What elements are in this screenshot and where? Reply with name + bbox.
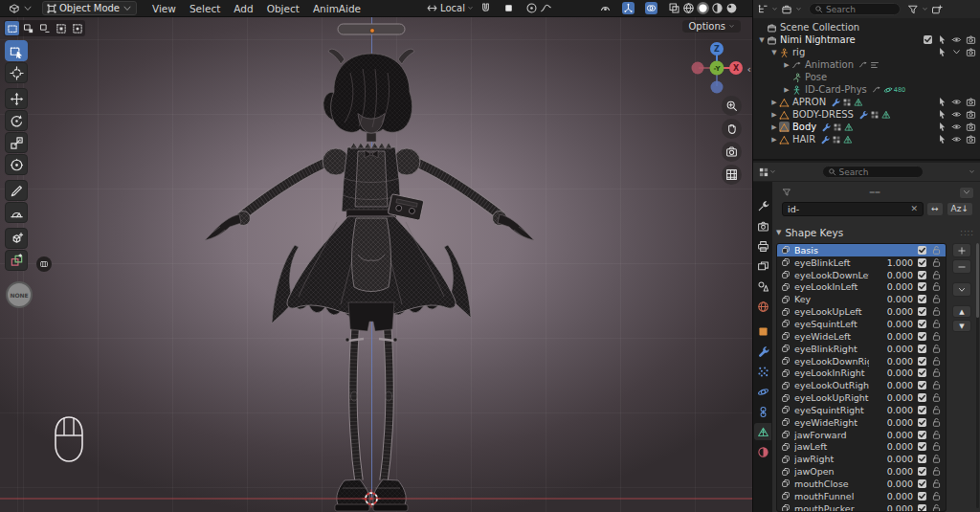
outliner-row-rig[interactable]: ▼rig xyxy=(753,46,980,58)
viewport-3d[interactable]: NONE Options ‹ Z X -Y xyxy=(0,17,752,512)
render-tab-button[interactable] xyxy=(754,217,771,234)
overlays-icon[interactable] xyxy=(645,2,657,14)
shape-key-row[interactable]: eyeWideRight0.000 xyxy=(777,416,946,429)
visibility-icon[interactable] xyxy=(599,2,612,14)
camera-icon[interactable] xyxy=(966,97,976,107)
snap-square-icon[interactable] xyxy=(502,2,515,14)
chev-down-icon[interactable] xyxy=(951,47,962,57)
properties-search[interactable] xyxy=(822,166,924,178)
shape-key-value[interactable]: 0.000 xyxy=(873,466,913,477)
rendered-icon[interactable] xyxy=(725,2,738,14)
data-tab-button[interactable] xyxy=(754,423,771,440)
check-icon[interactable] xyxy=(917,367,927,378)
new-collection-icon[interactable] xyxy=(931,4,943,15)
display-mode-icon[interactable] xyxy=(781,4,792,15)
xray-icon[interactable] xyxy=(668,2,680,14)
eye-icon[interactable] xyxy=(951,109,962,120)
name-filter-field[interactable]: ✕ xyxy=(782,202,924,216)
shape-key-value[interactable]: 0.000 xyxy=(873,356,913,367)
shape-key-value[interactable]: 0.000 xyxy=(873,294,913,304)
shape-key-value[interactable]: 0.000 xyxy=(873,441,913,452)
disclosure-arrow[interactable]: ▼ xyxy=(769,49,779,56)
lock-open-icon[interactable] xyxy=(931,294,942,304)
check-icon[interactable] xyxy=(917,356,927,367)
disclosure-arrow[interactable]: ▼ xyxy=(757,36,767,44)
clear-filter-icon[interactable]: ✕ xyxy=(910,204,918,213)
shape-key-row[interactable]: eyeSquintRight0.000 xyxy=(777,404,946,416)
check-icon[interactable] xyxy=(917,454,927,464)
modifier-wrench-tab-button[interactable] xyxy=(754,343,771,360)
solid-icon[interactable] xyxy=(697,2,709,14)
invert-filter-button[interactable]: ↔ xyxy=(926,202,944,216)
outliner-row-nimi-nightmare[interactable]: ▼Nimi Nightmare xyxy=(753,33,980,46)
lock-open-icon[interactable] xyxy=(931,257,942,268)
check-icon[interactable] xyxy=(917,380,927,390)
outliner-row-animation[interactable]: ▶Animation xyxy=(753,58,980,71)
shape-key-value[interactable]: 0.000 xyxy=(873,344,913,354)
object-tab-button[interactable] xyxy=(754,323,771,340)
shape-key-row[interactable]: eyeLookUpRight0.000 xyxy=(777,391,946,404)
check-icon[interactable] xyxy=(917,245,927,256)
shape-key-row[interactable]: mouthFunnel0.000 xyxy=(777,490,946,502)
lock-open-icon[interactable] xyxy=(931,344,942,354)
shape-key-value[interactable]: 0.000 xyxy=(873,380,913,390)
shape-key-row[interactable]: jawOpen0.000 xyxy=(777,465,946,478)
check-icon[interactable] xyxy=(917,466,927,477)
outliner-row-scene-collection[interactable]: Scene Collection xyxy=(753,21,980,33)
pointer-icon[interactable] xyxy=(937,134,947,145)
shape-key-row[interactable]: eyeWideLeft0.000 xyxy=(777,330,946,343)
shape-key-row[interactable]: Key0.000 xyxy=(777,293,946,305)
menu-object[interactable]: Object xyxy=(261,2,305,15)
menu-add[interactable]: Add xyxy=(228,2,258,15)
outliner-search[interactable] xyxy=(809,3,901,15)
lock-open-icon[interactable] xyxy=(931,417,942,428)
constraints-tab-button[interactable] xyxy=(754,403,771,420)
remove-shape-key-button[interactable] xyxy=(952,259,971,274)
disclosure-arrow[interactable]: ▶ xyxy=(769,136,779,144)
filter-icon[interactable] xyxy=(907,4,919,15)
eye-icon[interactable] xyxy=(951,97,962,107)
shape-key-row[interactable]: mouthClose0.000 xyxy=(777,478,946,490)
lock-open-icon[interactable] xyxy=(931,491,942,501)
shape-keys-panel-header[interactable]: ▼ Shape Keys :::: xyxy=(776,226,974,239)
lock-open-icon[interactable] xyxy=(931,479,942,489)
outliner-row-id-card-phys[interactable]: ▶ID-Card-Phys480 xyxy=(753,83,980,96)
shape-key-row[interactable]: eyeLookInRight0.000 xyxy=(777,367,946,379)
shape-key-value[interactable]: 0.000 xyxy=(873,331,913,342)
outliner-search-input[interactable] xyxy=(826,5,895,14)
lock-open-icon[interactable] xyxy=(931,270,942,280)
pointer-icon[interactable] xyxy=(937,47,947,57)
scrollbar[interactable] xyxy=(976,243,979,508)
check-icon[interactable] xyxy=(917,430,927,440)
shape-key-row[interactable]: eyeSquintLeft0.000 xyxy=(777,318,946,330)
shape-key-value[interactable]: 0.000 xyxy=(873,367,913,378)
check-icon[interactable] xyxy=(917,294,927,304)
shape-key-value[interactable]: 0.000 xyxy=(873,503,913,512)
move-shape-key-up-button[interactable]: ▲ xyxy=(952,305,971,318)
eye-icon[interactable] xyxy=(951,34,962,45)
outliner-editor-icon[interactable] xyxy=(757,4,768,15)
properties-editor-icon[interactable] xyxy=(758,167,769,178)
outliner-row-apron[interactable]: ▶APRON xyxy=(753,96,980,108)
lock-open-icon[interactable] xyxy=(931,430,942,440)
lock-open-icon[interactable] xyxy=(931,319,942,329)
scene-canvas[interactable] xyxy=(0,17,752,512)
lock-open-icon[interactable] xyxy=(931,454,942,464)
scene-tab-button[interactable] xyxy=(754,278,771,295)
panel-menu-button[interactable] xyxy=(959,187,974,199)
pointer-icon[interactable] xyxy=(937,97,947,107)
name-filter-input[interactable] xyxy=(788,204,906,214)
shape-key-row[interactable]: jawForward0.000 xyxy=(777,429,946,441)
shape-key-row[interactable]: eyeLookDownRight0.000 xyxy=(777,355,946,367)
outliner-row-hair[interactable]: ▶HAIR xyxy=(753,133,980,145)
menu-animaide[interactable]: AnimAide xyxy=(307,2,367,15)
shape-key-value[interactable]: 0.000 xyxy=(873,319,913,329)
check-icon[interactable] xyxy=(917,257,927,268)
camera-icon[interactable] xyxy=(966,122,976,132)
shape-key-row[interactable]: eyeLookInLeft0.000 xyxy=(777,281,946,294)
mode-select[interactable]: Object Mode xyxy=(42,1,137,15)
character-wireframe[interactable] xyxy=(205,49,534,511)
camera-icon[interactable] xyxy=(966,34,976,45)
lock-open-icon[interactable] xyxy=(931,331,942,342)
check-icon[interactable] xyxy=(917,392,927,403)
